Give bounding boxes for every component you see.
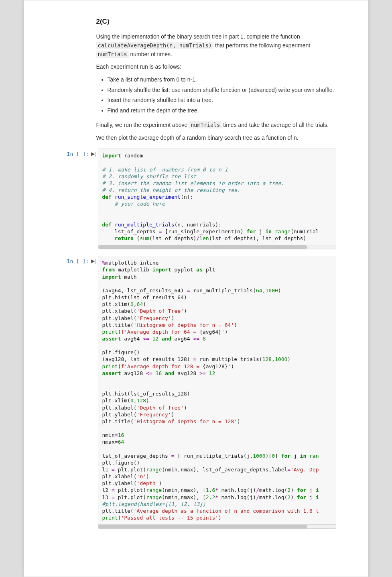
markdown-cell: 2(C) Using the implementation of the bin… [96,16,336,142]
run-cell-icon[interactable]: ▶| [91,258,95,264]
steps-list: Take a list of numbers from 0 to n-1. Ra… [108,75,336,115]
intro-paragraph-3: Finally, we run the experiment above num… [96,121,336,130]
notebook-page: 2(C) Using the implementation of the bin… [24,0,369,577]
content: 2(C) Using the implementation of the bin… [24,0,368,537]
code-editor[interactable]: %matplotlib inline from matplotlib impor… [98,256,336,525]
section-heading: 2(C) [96,16,336,27]
inline-code: numTrials [96,51,129,58]
code-cell: In [ ]:▶| %matplotlib inline from matplo… [56,256,336,529]
scroll-thumb[interactable] [98,245,307,249]
intro-paragraph-1: Using the implementation of the binary s… [96,33,336,59]
run-cell-icon[interactable]: ▶| [91,151,95,157]
intro-paragraph-2: Each experiment run is as follows: [96,63,336,71]
code-editor[interactable]: import random # 1. make list of numbers … [98,149,336,245]
scroll-thumb[interactable] [98,525,307,528]
intro-paragraph-4: We then plot the average depth of a rand… [96,134,336,143]
input-prompt: In [ ]:▶| [56,256,98,529]
code-cell: In [ ]:▶| import random # 1. make list o… [56,149,336,249]
list-item: Randomly shuffle the list: use random.sh… [108,86,336,95]
inline-code: calculateAverageDepth(n, numTrials) [96,42,213,49]
list-item: Find and return the depth of the tree. [108,106,336,115]
horizontal-scrollbar[interactable] [98,525,336,529]
list-item: Take a list of numbers from 0 to n-1. [108,75,336,84]
inline-code: numTrials [189,121,221,128]
input-prompt: In [ ]:▶| [56,149,98,249]
list-item: Insert the randomly shuffled list into a… [108,96,336,105]
horizontal-scrollbar[interactable] [98,245,336,249]
